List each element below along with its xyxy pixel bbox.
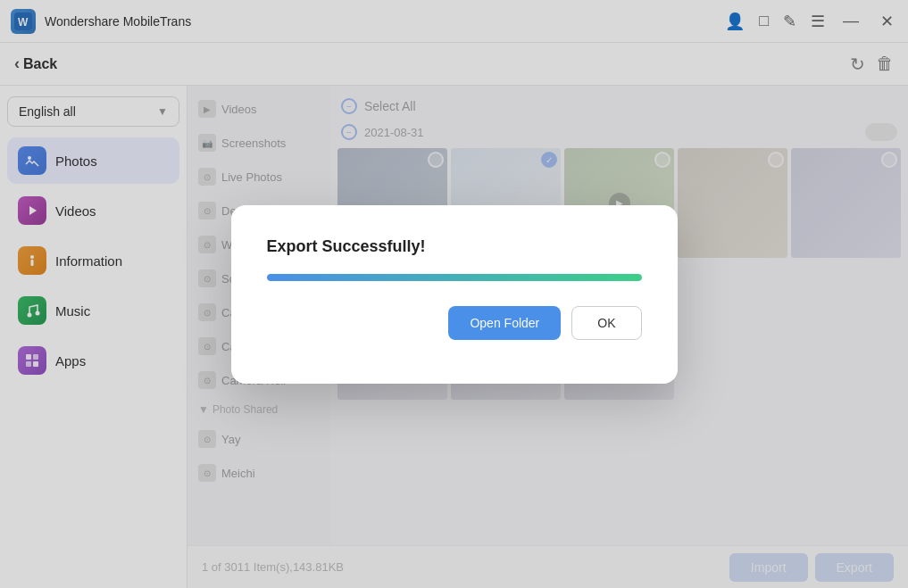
dialog-buttons: Open Folder OK	[448, 306, 641, 340]
open-folder-button[interactable]: Open Folder	[448, 306, 561, 340]
progress-bar-container	[267, 274, 642, 281]
dialog-title: Export Successfully!	[267, 237, 426, 256]
modal-overlay: Export Successfully! Open Folder OK	[0, 0, 908, 588]
progress-bar-fill	[267, 274, 642, 281]
export-success-dialog: Export Successfully! Open Folder OK	[231, 205, 678, 384]
ok-button[interactable]: OK	[571, 306, 641, 340]
